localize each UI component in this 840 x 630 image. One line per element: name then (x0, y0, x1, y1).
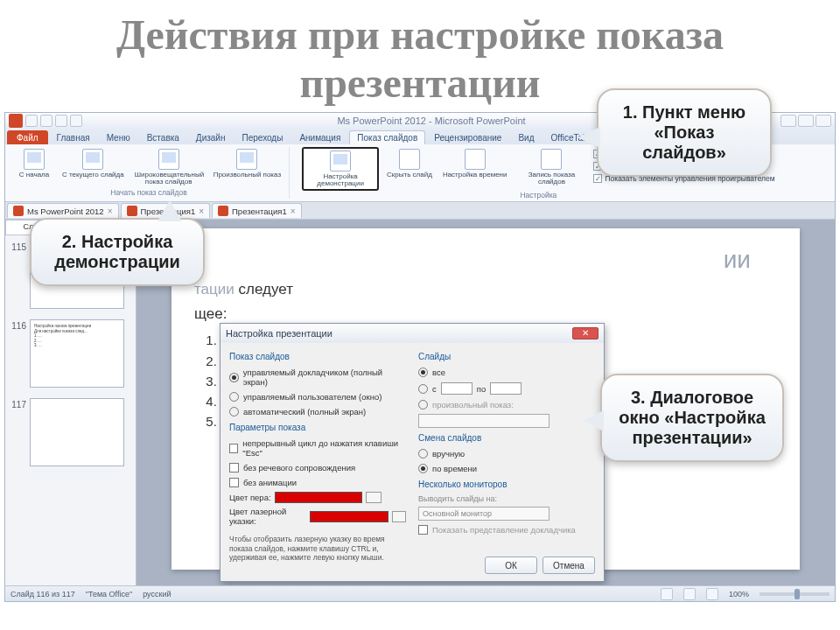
btn-from-current[interactable]: С текущего слайда (60, 147, 127, 180)
tab-slideshow[interactable]: Показ слайдов (349, 130, 425, 144)
tab-review[interactable]: Рецензирование (426, 130, 509, 144)
ok-button[interactable]: ОК (485, 556, 537, 574)
radio-icon (418, 384, 428, 394)
checkbox-icon (229, 478, 239, 487)
monitor-label: Выводить слайды на: (418, 494, 595, 503)
tab-home[interactable]: Главная (49, 130, 98, 144)
btn-broadcast[interactable]: Широковещательный показ слайдов (132, 147, 206, 187)
hide-icon (399, 149, 420, 170)
powerpoint-logo-icon (9, 114, 23, 128)
dialog-close-button[interactable]: ✕ (572, 327, 598, 340)
tab-view[interactable]: Вид (510, 130, 542, 144)
qat-repeat-icon[interactable] (70, 115, 82, 127)
callout-2: 2. Настройка демонстрации (30, 218, 205, 286)
checkbox-icon (229, 444, 238, 453)
btn-from-beginning[interactable]: С начала (14, 147, 54, 180)
radio-icon (418, 464, 428, 473)
custom-show-icon (236, 149, 257, 170)
close-icon[interactable]: × (199, 206, 204, 216)
qat-redo-icon[interactable] (55, 115, 67, 127)
status-zoom: 100% (729, 590, 749, 598)
close-icon[interactable]: × (290, 206, 296, 216)
status-theme: "Тема Office" (86, 590, 132, 598)
color-swatch (275, 492, 362, 503)
group-show-options: Параметры показа (229, 423, 406, 432)
monitor-combo: Основной монитор (418, 507, 550, 521)
chk-loop[interactable]: непрерывный цикл до нажатия клавиши "Esc… (229, 438, 406, 458)
pp-doc-icon (13, 206, 24, 216)
status-slide: Слайд 116 из 117 (10, 590, 75, 598)
tab-menu[interactable]: Меню (99, 130, 138, 144)
radio-manual[interactable]: вручную (418, 448, 595, 459)
slide-thumbnail[interactable]: 116Настройка показа презентацииДля настр… (9, 319, 132, 388)
callout-1: 1. Пункт меню «Показ слайдов» (597, 88, 772, 177)
chk-no-animation[interactable]: без анимации (229, 477, 406, 488)
qat-undo-icon[interactable] (40, 115, 52, 127)
group-label-setup: Настройка (520, 191, 556, 200)
radio-from-to[interactable]: спо (418, 382, 595, 396)
minimize-button[interactable] (780, 115, 796, 127)
close-icon[interactable]: × (108, 206, 113, 216)
radio-all-slides[interactable]: все (418, 367, 595, 378)
dialog-title: Настройка презентации (226, 328, 332, 339)
radio-icon (418, 400, 428, 410)
pp-doc-icon (218, 206, 228, 216)
cancel-button[interactable]: Отмена (542, 556, 595, 574)
radio-presenter[interactable]: управляемый докладчиком (полный экран) (229, 367, 406, 388)
tab-animation[interactable]: Анимация (291, 130, 348, 144)
slide-thumbnail[interactable]: 117 (9, 398, 132, 466)
status-lang: русский (143, 590, 171, 598)
btn-custom-show[interactable]: Произвольный показ (211, 147, 284, 180)
status-bar: Слайд 116 из 117 "Тема Office" русский 1… (5, 585, 835, 601)
btn-hide-slide[interactable]: Скрыть слайд (384, 147, 435, 180)
document-tabs: Ms PowerPoint 2012× Презентация1× Презен… (5, 202, 835, 220)
btn-record[interactable]: Запись показа слайдов (514, 147, 588, 187)
laser-note: Чтобы отобразить лазерную указку во врем… (229, 535, 406, 562)
btn-setup-slideshow[interactable]: Настройка демонстрации (302, 147, 379, 191)
monitor-icon (24, 149, 45, 170)
record-icon (541, 149, 562, 170)
view-slideshow-icon[interactable] (706, 588, 718, 600)
from-input[interactable] (441, 382, 472, 395)
callout-3: 3. Диалоговое окно «Настройка презентаци… (600, 374, 784, 462)
doc-tab[interactable]: Презентация1× (212, 203, 302, 218)
radio-icon (229, 392, 239, 402)
close-button[interactable] (816, 115, 831, 127)
group-show-type: Показ слайдов (229, 352, 406, 361)
quick-access-toolbar (9, 114, 82, 128)
view-sorter-icon[interactable] (683, 588, 696, 600)
pp-doc-icon (127, 206, 137, 216)
doc-tab[interactable]: Ms PowerPoint 2012× (7, 203, 119, 218)
tab-transitions[interactable]: Переходы (234, 130, 290, 144)
powerpoint-window: Ms PowerPoint 2012 - Microsoft PowerPoin… (4, 112, 836, 602)
dropdown-icon[interactable] (392, 511, 406, 522)
radio-timings[interactable]: по времени (418, 463, 595, 474)
monitor-icon (82, 149, 103, 170)
setup-show-dialog: Настройка презентации ✕ Показ слайдов уп… (220, 323, 605, 582)
qat-save-icon[interactable] (25, 115, 38, 127)
pen-color-field[interactable]: Цвет пера: (229, 492, 406, 503)
tab-design[interactable]: Дизайн (188, 130, 234, 144)
btn-rehearse[interactable]: Настройка времени (440, 147, 510, 180)
laser-color-field[interactable]: Цвет лазерной указки: (229, 507, 406, 526)
radio-browsed-user[interactable]: управляемый пользователем (окно) (229, 391, 406, 402)
tab-file[interactable]: Файл (7, 130, 48, 144)
radio-kiosk[interactable]: автоматический (полный экран) (229, 406, 406, 417)
checkbox-icon (418, 525, 428, 535)
radio-icon (418, 368, 428, 377)
zoom-slider[interactable] (760, 592, 830, 596)
group-advance: Смена слайдов (418, 433, 595, 443)
broadcast-icon (158, 149, 179, 170)
clock-icon (465, 149, 486, 170)
view-normal-icon[interactable] (661, 588, 673, 600)
chk-no-narration[interactable]: без речевого сопровождения (229, 462, 406, 473)
dialog-titlebar: Настройка презентации ✕ (220, 324, 604, 343)
maximize-button[interactable] (798, 115, 814, 127)
setup-icon (330, 150, 351, 172)
to-input[interactable] (490, 382, 522, 395)
tab-insert[interactable]: Вставка (139, 130, 187, 144)
radio-icon (229, 407, 239, 416)
radio-icon (418, 449, 428, 458)
checkbox-icon (229, 463, 239, 472)
dropdown-icon[interactable] (366, 492, 382, 503)
